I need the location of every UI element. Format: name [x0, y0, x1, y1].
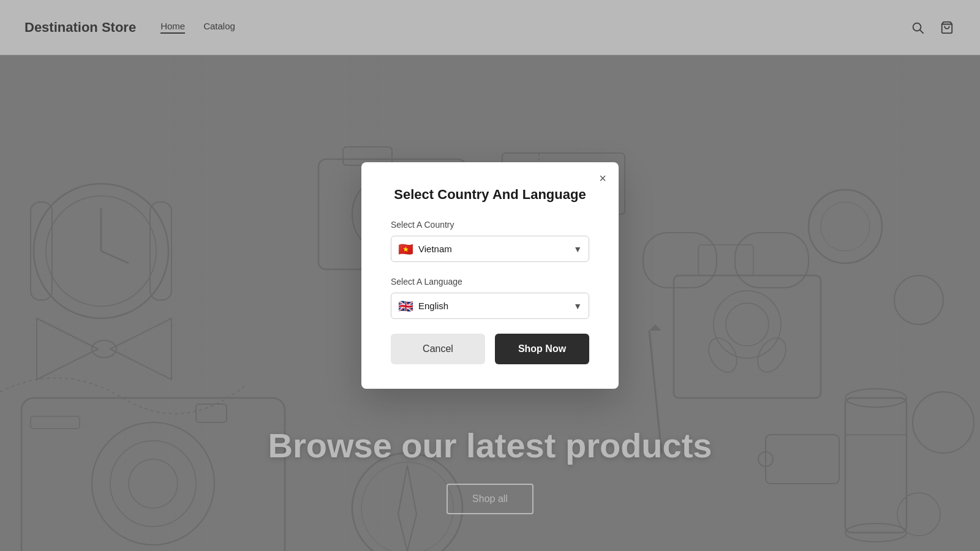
country-section: Select A Country 🇻🇳 Vietnam United State… [391, 220, 589, 262]
country-select[interactable]: Vietnam United States United Kingdom Aus… [391, 236, 589, 262]
language-select[interactable]: English Vietnamese French German Spanish [391, 293, 589, 319]
modal-title: Select Country And Language [391, 187, 589, 203]
modal-overlay: × Select Country And Language Select A C… [0, 0, 980, 551]
country-select-wrapper: 🇻🇳 Vietnam United States United Kingdom … [391, 236, 589, 262]
modal-close-button[interactable]: × [599, 172, 606, 184]
cancel-button[interactable]: Cancel [391, 334, 485, 364]
language-section: Select A Language 🇬🇧 English Vietnamese … [391, 277, 589, 319]
language-label: Select A Language [391, 277, 589, 287]
country-label: Select A Country [391, 220, 589, 230]
country-language-modal: × Select Country And Language Select A C… [361, 162, 619, 389]
language-select-wrapper: 🇬🇧 English Vietnamese French German Span… [391, 293, 589, 319]
modal-buttons: Cancel Shop Now [391, 334, 589, 364]
shop-now-button[interactable]: Shop Now [495, 334, 589, 364]
